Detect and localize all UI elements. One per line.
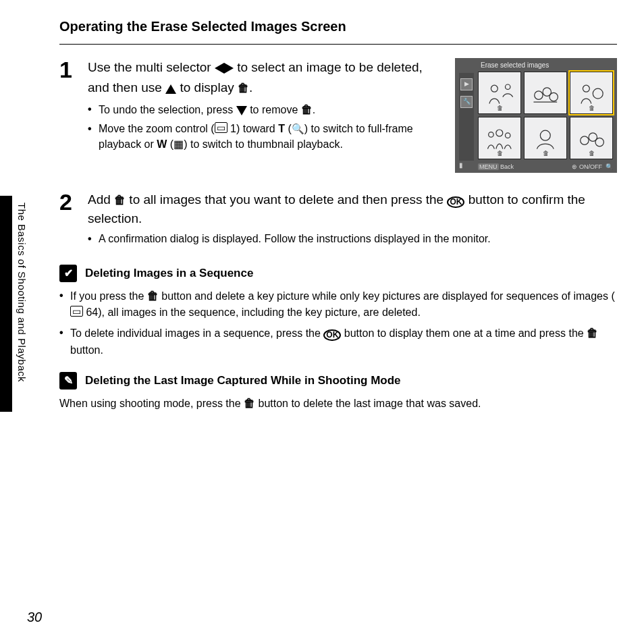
callout-last-image-heading: Deleting the Last Image Captured While i… — [85, 374, 401, 387]
thumbnail-grid-icon: ▦ — [173, 138, 184, 150]
menu-button-hint: MENU — [478, 163, 499, 170]
zoom-hint-icon: 🔍 — [606, 163, 613, 170]
back-label: Back — [500, 163, 514, 170]
step-2-text: Add 🗑 to all images that you want to del… — [88, 190, 617, 227]
callout2-body: When using shooting mode, press the 🗑 bu… — [59, 395, 617, 412]
play-mode-icon: ▶ — [460, 78, 473, 90]
svg-point-0 — [491, 85, 498, 92]
callout-last-image: ✎ Deleting the Last Image Captured While… — [59, 372, 617, 412]
title-rule — [59, 44, 617, 45]
side-tab — [0, 196, 12, 412]
page-title: Operating the Erase Selected Images Scre… — [59, 19, 617, 34]
trash-icon: 🗑 — [587, 327, 598, 340]
svg-point-4 — [549, 92, 558, 101]
trash-icon: 🗑 — [244, 397, 255, 410]
step-1-bullet-1: To undo the selection, press to remove 🗑… — [88, 102, 617, 119]
step-1-bullet-2: Move the zoom control (▭ 1) toward T (🔍)… — [88, 122, 617, 152]
right-arrow-icon — [224, 59, 234, 78]
side-section-label: The Basics of Shooting and Playback — [16, 203, 28, 382]
ok-button-icon: OK — [447, 196, 464, 208]
magnify-icon: 🔍 — [292, 123, 304, 134]
step-2-number: 2 — [59, 190, 88, 250]
trash-icon: 🗑 — [147, 290, 159, 302]
caution-badge-icon: ✔ — [59, 265, 77, 282]
callout1-item-2: To delete individual images in a sequenc… — [59, 325, 617, 358]
callout-sequence: ✔ Deleting Images in a Sequence If you p… — [59, 265, 617, 358]
t-zoom-icon: T — [278, 123, 285, 134]
svg-point-1 — [506, 84, 510, 89]
svg-point-5 — [583, 85, 590, 92]
step-2: 2 Add 🗑 to all images that you want to d… — [59, 190, 617, 250]
note-badge-icon: ✎ — [59, 372, 77, 390]
step-1-number: 1 — [59, 58, 88, 176]
lcd-title: Erase selected images — [481, 61, 549, 71]
trash-icon: 🗑 — [114, 194, 126, 207]
svg-point-6 — [593, 88, 603, 99]
trash-icon: 🗑 — [301, 103, 313, 116]
svg-point-2 — [535, 91, 543, 99]
ok-hint-icon: ⊛ — [572, 163, 577, 170]
w-zoom-icon: W — [157, 138, 167, 150]
page-number: 30 — [27, 610, 42, 625]
callout-sequence-heading: Deleting Images in a Sequence — [85, 267, 253, 280]
left-arrow-icon — [215, 59, 224, 78]
onoff-label: ON/OFF — [579, 163, 602, 170]
trash-icon: 🗑 — [238, 82, 249, 95]
callout1-item-1: If you press the 🗑 button and delete a k… — [59, 288, 617, 321]
step-2-bullet-1: A confirmation dialog is displayed. Foll… — [88, 232, 617, 246]
battery-icon: ▮ — [459, 161, 463, 171]
up-arrow-icon — [165, 80, 176, 99]
step-1: 1 Erase selected images ▶ 🔧 🗑 — [59, 58, 617, 176]
down-arrow-icon — [236, 104, 247, 119]
page-ref-icon: ▭ — [70, 306, 83, 317]
ok-button-icon: OK — [323, 329, 341, 341]
page-ref-icon: ▭ — [215, 122, 227, 133]
